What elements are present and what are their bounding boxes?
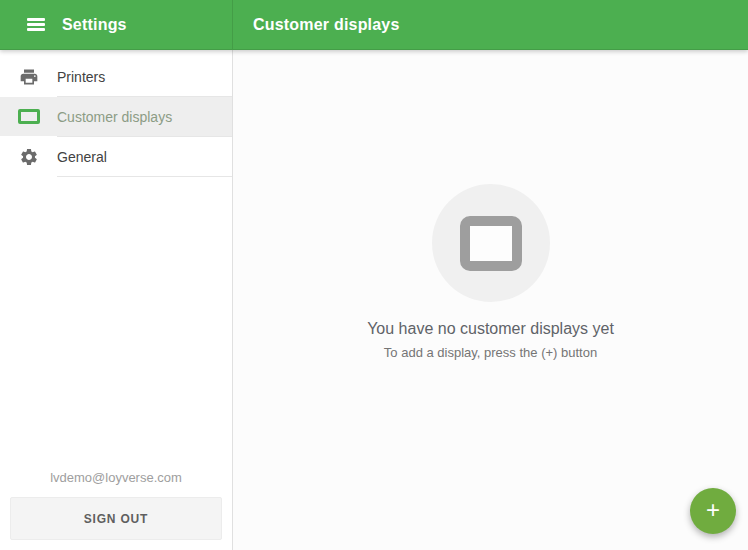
customer-displays-panel: You have no customer displays yet To add… — [233, 50, 748, 550]
sidebar-item-printers[interactable]: Printers — [0, 57, 232, 96]
settings-nav: Printers Customer displays — [0, 50, 232, 177]
settings-screen: Settings Customer displays Printers — [0, 0, 748, 550]
app-header: Settings Customer displays — [0, 0, 748, 50]
menu-icon[interactable] — [27, 18, 45, 31]
header-left-section: Settings — [0, 0, 233, 49]
plus-icon: + — [706, 498, 720, 522]
display-icon — [460, 216, 522, 271]
sidebar-item-general[interactable]: General — [0, 137, 232, 176]
add-display-fab[interactable]: + — [690, 488, 736, 534]
printer-icon — [0, 67, 57, 87]
sign-out-button[interactable]: SIGN OUT — [10, 497, 222, 540]
empty-state-subtitle: To add a display, press the (+) button — [384, 345, 597, 360]
divider — [57, 176, 232, 177]
sidebar-item-label: Customer displays — [57, 109, 172, 125]
account-email: lvdemo@loyverse.com — [10, 470, 222, 485]
sidebar-item-customer-displays[interactable]: Customer displays — [0, 97, 232, 136]
gear-icon — [0, 147, 57, 167]
sidebar-item-label: General — [57, 149, 107, 165]
empty-state-title: You have no customer displays yet — [367, 320, 614, 338]
page-title: Customer displays — [253, 16, 400, 34]
account-section: lvdemo@loyverse.com SIGN OUT — [0, 470, 232, 550]
settings-title: Settings — [62, 16, 127, 34]
header-right-section: Customer displays — [233, 0, 748, 49]
settings-sidebar: Printers Customer displays — [0, 50, 233, 550]
display-icon — [0, 109, 57, 124]
empty-state-icon-circle — [432, 184, 550, 302]
sidebar-item-label: Printers — [57, 69, 105, 85]
